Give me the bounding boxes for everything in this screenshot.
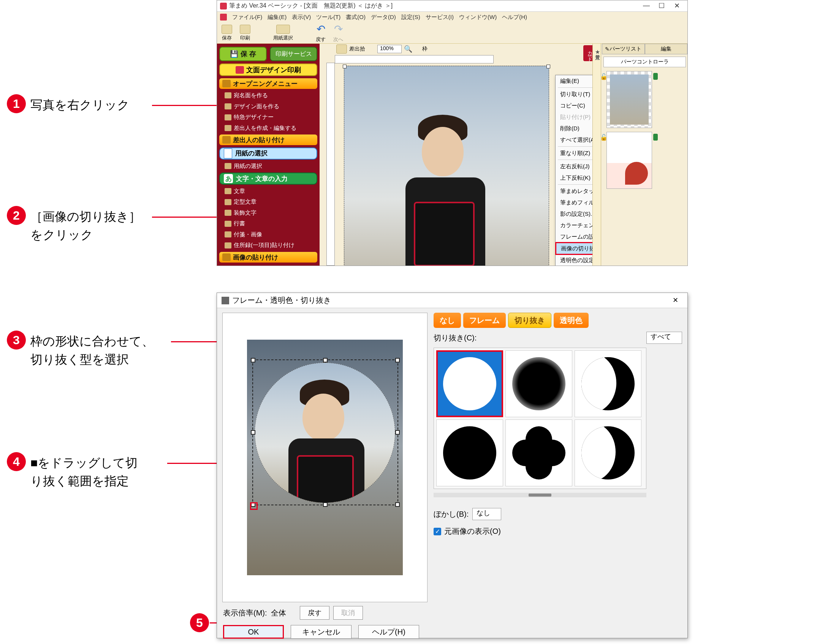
sidebar-t6[interactable]: 住所録(一項目)貼り付け [219,241,317,250]
text-input-icon: あ [224,174,233,183]
zoom-plus-icon[interactable]: 🔍 [404,45,412,53]
thumb-flower[interactable]: 🔓 [606,132,652,189]
handle-mid-left[interactable] [251,430,255,435]
lock-icon-2[interactable]: 🔓 [600,134,607,141]
cancel-button[interactable]: キャンセル [291,625,351,639]
shape-circle[interactable] [436,350,503,417]
menu-data[interactable]: データ(D) [371,14,396,21]
undo-button: 取消 [333,606,363,620]
shape-grid-scrollbar[interactable] [434,493,647,497]
sidebar-sender-paste[interactable]: 差出人の貼り付け [219,134,317,145]
sidebar-sub-express-label: 特急デザイナー [234,114,274,121]
seg-tab-frame[interactable]: フレーム [463,313,506,328]
crop-label: 切り抜き(C): [434,333,477,343]
toolbar-save[interactable]: 保存 [222,25,232,41]
zoom-icon[interactable] [336,44,347,54]
seg-tab-transparent[interactable]: 透明色 [554,313,589,328]
rp-tab-parts-list[interactable]: ✎パーツリスト [602,44,645,54]
selection-rect[interactable] [252,359,398,505]
ok-button[interactable]: OK [223,625,284,639]
revert-button[interactable]: 戻す [300,606,330,620]
red-tab-card[interactable]: カード [583,45,593,61]
sidebar-save-button[interactable]: 💾保 存 [219,47,267,61]
maximize-button[interactable]: ☐ [654,2,669,11]
shape-clover[interactable] [505,419,572,486]
sidebar-t1[interactable]: 文章 [219,187,317,196]
preview-photo[interactable] [247,340,403,575]
title-bar: 筆まめ Ver.34 ベーシック - [文面 無題2(更新) ＜ はがき ＞] … [217,0,687,12]
handle-mid-top[interactable] [323,358,328,362]
seg-tab-none[interactable]: なし [434,313,461,328]
sidebar-sub-addr[interactable]: 宛名面を作る [219,91,317,100]
sidebar-t4[interactable]: 行書 [219,220,317,228]
menu-file[interactable]: ファイル(F) [232,14,262,21]
zoom-select-dialog[interactable]: 全体 [271,608,286,618]
circle-icon [443,357,496,410]
sidebar-opening-menu[interactable]: オープニングメニュー [219,78,317,89]
pin-icon-2[interactable] [653,134,658,140]
menu-service[interactable]: サービス(I) [426,14,454,21]
blur-select[interactable]: なし [472,508,501,520]
sidebar-image-paste[interactable]: 画像の貼り付け [219,252,317,262]
menu-settings[interactable]: 設定(S) [401,14,420,21]
moon2-icon [581,426,635,479]
sidebar-t2[interactable]: 定型文章 [219,198,317,207]
dialog-close-button[interactable]: ✕ [668,296,683,305]
lock-icon[interactable]: 🔓 [600,73,607,80]
shape-moon-2[interactable] [575,419,642,486]
thumb-photo[interactable]: 🔓 [606,71,652,128]
menu-window[interactable]: ウィンドウ(W) [459,14,496,21]
toolbar-print-label: 印刷 [240,34,250,41]
sidebar-paper-select[interactable]: 用紙の選択 [219,147,317,160]
toolbar-redo[interactable]: ↷次へ [333,23,343,43]
minimize-button[interactable]: — [639,2,654,11]
highlighted-handle[interactable] [250,502,258,510]
handle-mid-right[interactable] [395,430,400,435]
toolbar-print[interactable]: 印刷 [240,25,250,41]
zoom-label: 差出拾 [349,46,365,52]
sidebar-t5[interactable]: 付箋・画像 [219,230,317,239]
ruler-horizontal [335,55,494,64]
rp-parts-controller[interactable]: パーツコントローラ [603,57,686,67]
shape-fuzzy-circle[interactable] [505,350,572,417]
step-4-bullet: 4 [7,452,26,471]
menu-edit[interactable]: 編集(E) [268,14,287,21]
handle-top-right[interactable] [395,358,400,362]
menu-tool[interactable]: ツール(T) [316,14,340,21]
toolbar-paper[interactable]: 用紙選択 [273,25,293,41]
crop-dialog: フレーム・透明色・切り抜き ✕ [217,293,688,638]
seg-tab-crop[interactable]: 切り抜き [508,313,551,328]
sidebar-design-print-label: 文面デザイン印刷 [246,65,301,75]
menu-format[interactable]: 書式(O) [346,14,366,21]
menu-view[interactable]: 表示(V) [292,14,311,21]
sidebar-paper-select-label: 用紙の選択 [235,149,268,158]
photo-face [422,127,464,176]
sidebar-sub-design[interactable]: デザイン面を作る [219,102,317,111]
sidebar-paper-select-sub[interactable]: 用紙の選択 [219,162,317,171]
pin-icon[interactable] [653,73,658,80]
sidebar-text-input[interactable]: あ文字・文章の入力 [219,173,317,185]
handle-mid-bottom[interactable] [323,502,328,507]
shape-moon[interactable] [575,350,642,417]
sidebar-t3[interactable]: 装飾文字 [219,209,317,217]
shape-solid-circle[interactable] [436,419,503,486]
close-button[interactable]: ✕ [669,2,684,11]
handle-bottom-right[interactable] [395,502,400,507]
menu-help[interactable]: ヘルプ(H) [502,14,527,21]
sidebar-design-print-button[interactable]: 文面デザイン印刷 [219,64,317,76]
sidebar-sub-express[interactable]: 特急デザイナー [219,113,317,122]
crop-filter-select[interactable]: すべて [647,332,682,344]
canvas-photo[interactable] [344,66,549,266]
handle-top-left[interactable] [251,358,255,362]
sidebar-print-service-button[interactable]: 印刷サービス [270,47,317,61]
toolbar-undo[interactable]: ↶戻す [316,23,326,43]
zoom-select[interactable]: 100% [377,45,402,53]
sidebar-sub-sender[interactable]: 差出人を作成・編集する [219,124,317,133]
rp-tab-edit[interactable]: 編集 [645,44,688,54]
paper-sub-icon [225,163,232,169]
show-original-checkbox[interactable]: ✓ [434,528,441,535]
addr-icon [225,92,232,98]
help-button[interactable]: ヘルプ(H) [358,625,419,639]
t4-label: 行書 [234,220,245,227]
t3-label: 装飾文字 [234,209,256,217]
